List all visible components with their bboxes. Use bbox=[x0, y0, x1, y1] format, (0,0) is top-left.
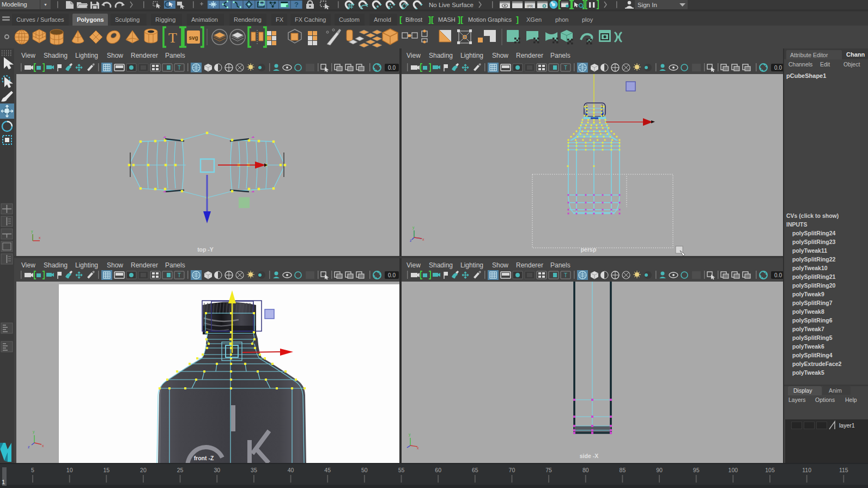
svg-text:?: ? bbox=[294, 1, 299, 9]
svg-text:No Live Surface: No Live Surface bbox=[429, 2, 474, 8]
svg-text:0.0: 0.0 bbox=[774, 65, 782, 71]
svg-text:y: y bbox=[33, 430, 35, 434]
svg-text:y: y bbox=[31, 229, 33, 234]
svg-text:Sign In: Sign In bbox=[638, 2, 657, 8]
svg-text:svg: svg bbox=[189, 35, 198, 41]
svg-text:25: 25 bbox=[177, 467, 184, 473]
svg-text:z: z bbox=[28, 445, 30, 449]
svg-text:100: 100 bbox=[729, 467, 738, 473]
svg-text:T: T bbox=[168, 30, 177, 46]
svg-text:IPR: IPR bbox=[527, 4, 533, 8]
svg-text:y: y bbox=[412, 225, 415, 230]
svg-text:85: 85 bbox=[620, 467, 626, 473]
svg-text:top -Y: top -Y bbox=[197, 246, 214, 253]
svg-text:x: x bbox=[42, 444, 44, 448]
svg-text:75: 75 bbox=[545, 467, 552, 473]
svg-text:0.0: 0.0 bbox=[774, 272, 782, 278]
svg-text:65: 65 bbox=[472, 467, 478, 473]
svg-text:60: 60 bbox=[435, 467, 441, 473]
svg-text:5: 5 bbox=[31, 467, 34, 473]
svg-text:y: y bbox=[409, 432, 411, 437]
svg-text:30: 30 bbox=[214, 467, 220, 473]
svg-text:105: 105 bbox=[765, 467, 775, 473]
svg-text:20: 20 bbox=[140, 467, 147, 473]
svg-text:T: T bbox=[564, 272, 567, 278]
svg-text:55: 55 bbox=[398, 467, 405, 473]
svg-text:0.0: 0.0 bbox=[388, 65, 396, 71]
svg-text:x: x bbox=[417, 446, 419, 450]
svg-text:50: 50 bbox=[361, 467, 368, 473]
svg-text:1: 1 bbox=[2, 479, 5, 485]
svg-text:T: T bbox=[564, 65, 567, 71]
svg-text:front -Z: front -Z bbox=[194, 455, 214, 461]
svg-text:40: 40 bbox=[288, 467, 294, 473]
svg-text:80: 80 bbox=[582, 467, 589, 473]
svg-text:x: x bbox=[39, 236, 41, 240]
svg-text:70: 70 bbox=[509, 467, 515, 473]
svg-text:z: z bbox=[410, 239, 412, 242]
svg-text:90: 90 bbox=[656, 467, 663, 473]
svg-text:15: 15 bbox=[103, 467, 110, 473]
svg-text:45: 45 bbox=[324, 467, 331, 473]
svg-text:110: 110 bbox=[802, 467, 811, 473]
svg-text:0.0: 0.0 bbox=[388, 272, 396, 278]
svg-text:10: 10 bbox=[66, 467, 73, 473]
svg-text:115: 115 bbox=[839, 467, 848, 473]
svg-text:35: 35 bbox=[251, 467, 257, 473]
svg-text:side -X: side -X bbox=[580, 453, 598, 459]
svg-text:T: T bbox=[178, 65, 181, 71]
svg-text:x: x bbox=[422, 237, 424, 241]
svg-text:T: T bbox=[178, 272, 181, 278]
svg-text:persp: persp bbox=[581, 246, 597, 253]
svg-text:95: 95 bbox=[693, 467, 700, 473]
